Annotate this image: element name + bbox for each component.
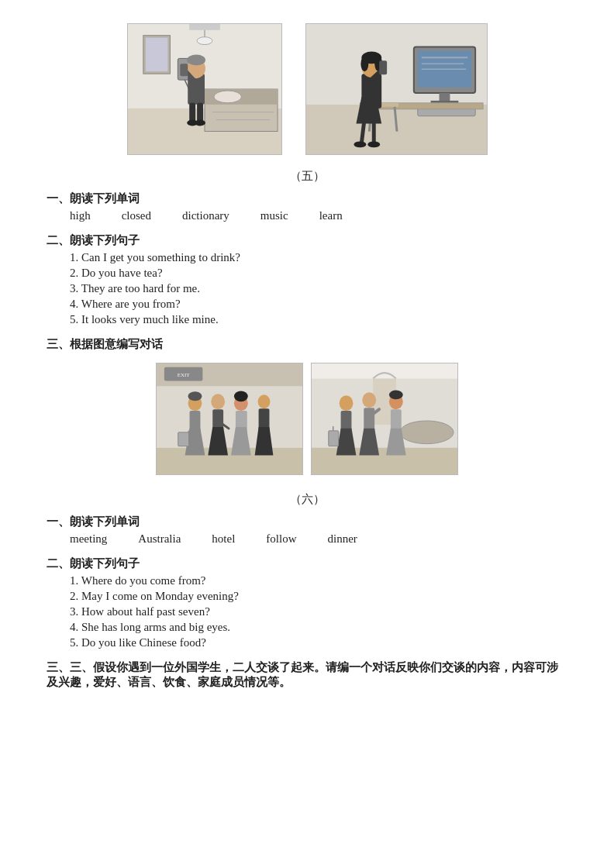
svg-point-17 <box>187 54 205 65</box>
section5-part2: 二、朗读下列句子 1. Can I get you something to d… <box>47 233 567 326</box>
section6-part3: 三、三、假设你遇到一位外国学生，二人交谈了起来。请编一个对话反映你们交谈的内容，… <box>47 660 567 690</box>
word-hotel: hotel <box>212 532 235 546</box>
section6-part1: 一、朗读下列单词 meeting Australia hotel follow … <box>47 515 567 546</box>
svg-point-43 <box>360 56 368 71</box>
sentence-5-5: 5. It looks very much like mine. <box>70 313 567 326</box>
svg-point-63 <box>211 394 225 409</box>
svg-point-58 <box>188 391 202 401</box>
svg-point-78 <box>400 421 454 444</box>
svg-point-68 <box>234 391 248 401</box>
section6-sentences: 1. Where do you come from? 2. May I come… <box>47 574 567 649</box>
section6-part2: 二、朗读下列句子 1. Where do you come from? 2. M… <box>47 556 567 649</box>
sentence-6-1: 1. Where do you come from? <box>70 574 567 587</box>
svg-rect-21 <box>197 103 203 122</box>
svg-rect-19 <box>180 64 188 76</box>
svg-rect-20 <box>189 103 195 122</box>
section5-title: （五） <box>47 169 567 184</box>
section5-part2-header: 二、朗读下列句子 <box>47 233 567 248</box>
word-australia: Australia <box>138 532 181 546</box>
svg-rect-46 <box>379 60 387 74</box>
svg-point-50 <box>367 141 380 147</box>
word-high: high <box>70 209 91 222</box>
word-learn: learn <box>319 209 343 222</box>
section5-sentences: 1. Can I get you something to drink? 2. … <box>47 251 567 326</box>
section6-part1-header: 一、朗读下列单词 <box>47 515 567 529</box>
sentence-6-2: 2. May I come on Monday evening? <box>70 590 567 603</box>
svg-rect-82 <box>329 431 339 446</box>
section6-block: （六） 一、朗读下列单词 meeting Australia hotel fol… <box>47 492 567 690</box>
section5-part3-header: 三、根据图意编写对话 <box>47 337 567 352</box>
word-closed: closed <box>122 209 151 222</box>
svg-point-23 <box>195 120 205 126</box>
svg-rect-56 <box>157 448 302 475</box>
svg-rect-5 <box>189 24 220 30</box>
svg-point-71 <box>258 394 271 408</box>
sentence-5-1: 1. Can I get you something to drink? <box>70 251 567 264</box>
section6-title-wrap: （六） <box>47 492 567 507</box>
svg-rect-4 <box>145 38 167 72</box>
sentence-5-4: 4. Where are you from? <box>70 298 567 311</box>
top-illustration-row <box>47 23 567 155</box>
illustration-left <box>127 23 282 155</box>
illustration-bottom-right <box>311 363 458 475</box>
word-follow: follow <box>266 532 296 546</box>
section5-word-row: high closed dictionary music learn <box>47 209 567 222</box>
section6-part3-header: 三、三、假设你遇到一位外国学生，二人交谈了起来。请编一个对话反映你们交谈的内容，… <box>47 660 567 690</box>
svg-point-84 <box>362 392 376 408</box>
svg-point-79 <box>340 395 354 411</box>
svg-rect-62 <box>178 432 189 446</box>
word-meeting: meeting <box>70 532 107 546</box>
word-music: music <box>260 209 288 222</box>
illustration-right <box>305 23 488 155</box>
word-dictionary: dictionary <box>182 209 229 222</box>
svg-rect-77 <box>312 448 457 475</box>
svg-point-10 <box>213 91 241 103</box>
section6-word-row: meeting Australia hotel follow dinner <box>47 532 567 546</box>
svg-point-89 <box>389 390 403 399</box>
section6-title: （六） <box>290 493 325 505</box>
svg-line-47 <box>361 124 364 143</box>
section6-part3-text: 三、假设你遇到一位外国学生，二人交谈了起来。请编一个对话反映你们交谈的内容，内容… <box>47 661 558 688</box>
sentence-5-2: 2. Do you have tea? <box>70 267 567 280</box>
svg-point-7 <box>197 37 212 45</box>
svg-point-49 <box>354 141 366 147</box>
section5-part1: 一、朗读下列单词 high closed dictionary music le… <box>47 191 567 222</box>
section5-part1-header: 一、朗读下列单词 <box>47 191 567 206</box>
section6-part2-header: 二、朗读下列句子 <box>47 556 567 571</box>
word-dinner: dinner <box>327 532 357 546</box>
sentence-6-4: 4. She has long arms and big eyes. <box>70 621 567 634</box>
illustration-bottom-left: EXIT <box>156 363 303 475</box>
sentence-5-3: 3. They are too hard for me. <box>70 282 567 295</box>
sentence-6-5: 5. Do you like Chinese food? <box>70 636 567 649</box>
svg-text:EXIT: EXIT <box>178 372 191 377</box>
section5-illustration-row: EXIT <box>47 363 567 475</box>
section5-part3: 三、根据图意编写对话 <box>47 337 567 352</box>
sentence-6-3: 3. How about half past seven? <box>70 605 567 618</box>
